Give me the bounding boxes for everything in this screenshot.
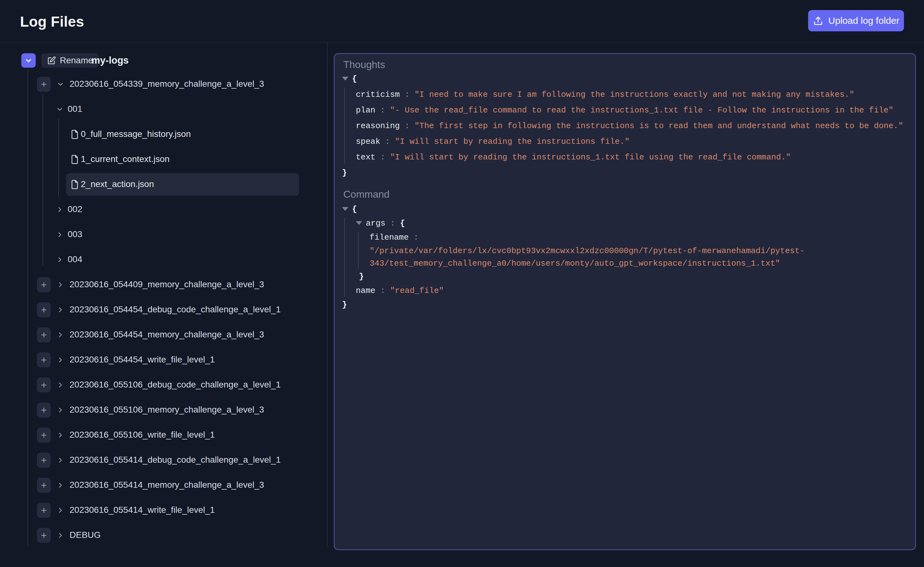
command-json-viewer: {args : {filename : "/private/var/folder…: [342, 202, 808, 312]
folder-label: 20230616_055106_memory_challenge_a_level…: [69, 405, 264, 415]
folder-label: 20230616_055414_debug_code_challenge_a_l…: [69, 455, 280, 465]
tree-folder-row[interactable]: 001: [0, 102, 326, 117]
json-line: reasoning : "The first step in following…: [356, 118, 903, 134]
json-key: text: [356, 153, 375, 162]
chevron-right-icon[interactable]: [57, 357, 64, 363]
plus-button[interactable]: +: [37, 352, 51, 368]
chevron-down-icon[interactable]: [56, 106, 63, 113]
tree-folder-row[interactable]: +20230616_054454_write_file_level_1: [0, 352, 326, 368]
json-expand-toggle[interactable]: [342, 77, 348, 81]
file-icon: [71, 130, 79, 139]
brace: {: [352, 74, 357, 84]
plus-button[interactable]: +: [37, 428, 51, 442]
tree-file-row[interactable]: 1_current_context.json: [0, 152, 326, 167]
chevron-down-icon[interactable]: [57, 81, 64, 88]
tree-folder-row[interactable]: +20230616_055106_memory_challenge_a_leve…: [0, 402, 326, 418]
upload-icon: [813, 15, 824, 26]
rename-button-label: Rename: [60, 56, 93, 66]
tree-folder-row[interactable]: 004: [0, 252, 326, 267]
chevron-right-icon[interactable]: [56, 206, 63, 213]
tree-folder-row[interactable]: +20230616_054339_memory_challenge_a_leve…: [0, 77, 326, 92]
edit-pencil-icon: [47, 56, 56, 65]
brace: }: [359, 272, 364, 281]
brace: {: [400, 219, 405, 228]
plus-button[interactable]: +: [37, 378, 51, 393]
chevron-right-icon[interactable]: [57, 281, 64, 288]
folder-label: 20230616_054454_debug_code_challenge_a_l…: [69, 304, 280, 315]
plus-button[interactable]: +: [37, 528, 51, 543]
tree-folder-row[interactable]: +20230616_055414_memory_challenge_a_leve…: [0, 478, 326, 493]
json-line: }: [356, 270, 808, 284]
json-key: args: [366, 219, 385, 228]
folder-label: 002: [68, 204, 82, 214]
tree-folder-row[interactable]: +20230616_055414_debug_code_challenge_a_…: [0, 453, 326, 468]
chevron-right-icon[interactable]: [57, 332, 64, 338]
tree-folder-row[interactable]: +20230616_054454_memory_challenge_a_leve…: [0, 327, 326, 342]
file-label: 0_full_message_history.json: [81, 129, 191, 139]
folder-label: 003: [68, 229, 82, 239]
folder-label: 004: [68, 254, 82, 264]
folder-label: 20230616_055414_write_file_level_1: [69, 505, 215, 515]
plus-button[interactable]: +: [37, 402, 51, 418]
chevron-right-icon[interactable]: [57, 381, 64, 388]
app-header: Log Files Upload log folder: [0, 0, 924, 43]
json-line: filename :: [370, 231, 808, 244]
rename-button[interactable]: Rename: [41, 53, 99, 68]
tree-file-row[interactable]: 2_next_action.json: [0, 177, 326, 192]
json-key: plan: [356, 106, 375, 115]
plus-button[interactable]: +: [37, 453, 51, 468]
json-line: args : {: [356, 216, 808, 231]
json-line: }: [342, 298, 808, 312]
plus-button[interactable]: +: [37, 277, 51, 292]
chevron-right-icon[interactable]: [57, 482, 64, 489]
json-string-value: "I will start by reading the instruction…: [390, 153, 790, 162]
tree-folder-row[interactable]: 003: [0, 227, 326, 242]
tree-folder-row[interactable]: +20230616_055106_debug_code_challenge_a_…: [0, 378, 326, 393]
json-line: plan : "- Use the read_file command to r…: [356, 102, 903, 118]
folder-label: 001: [68, 104, 82, 114]
upload-log-folder-button[interactable]: Upload log folder: [808, 10, 904, 32]
chevron-right-icon[interactable]: [57, 406, 64, 414]
chevron-right-icon[interactable]: [57, 432, 64, 439]
brace: {: [352, 204, 357, 214]
thoughts-section-label: Thoughts: [343, 59, 385, 70]
tree-folder-row[interactable]: +20230616_054409_memory_challenge_a_leve…: [0, 277, 326, 292]
folder-label: 20230616_054454_memory_challenge_a_level…: [69, 330, 264, 340]
chevron-right-icon[interactable]: [56, 231, 63, 238]
tree-folder-row[interactable]: +20230616_054454_debug_code_challenge_a_…: [0, 302, 326, 317]
chevron-right-icon[interactable]: [56, 256, 63, 263]
colon: :: [380, 137, 395, 146]
plus-button[interactable]: +: [37, 77, 51, 92]
colon: :: [375, 106, 390, 115]
chevron-right-icon[interactable]: [57, 532, 64, 539]
plus-button[interactable]: +: [37, 478, 51, 493]
chevron-right-icon[interactable]: [57, 507, 64, 514]
brace: }: [342, 300, 347, 309]
thoughts-json-viewer: {criticism : "I need to make sure I am f…: [342, 71, 903, 181]
json-expand-toggle[interactable]: [356, 221, 362, 225]
root-folder-name: my-logs: [92, 55, 129, 66]
sidebar-divider: [327, 43, 328, 547]
command-section-label: Command: [343, 189, 390, 200]
chevron-right-icon[interactable]: [57, 306, 64, 313]
json-expand-toggle[interactable]: [342, 207, 348, 211]
json-line: {: [342, 202, 808, 216]
collapse-root-button[interactable]: [21, 53, 36, 68]
brace: }: [342, 168, 347, 178]
tree-folder-row[interactable]: +DEBUG: [0, 528, 326, 543]
plus-button[interactable]: +: [37, 503, 51, 518]
page-title: Log Files: [20, 13, 84, 30]
file-label: 2_next_action.json: [81, 179, 154, 189]
plus-button[interactable]: +: [37, 302, 51, 317]
json-key: speak: [356, 137, 380, 146]
chevron-right-icon[interactable]: [57, 457, 64, 464]
tree-folder-row[interactable]: +20230616_055414_write_file_level_1: [0, 503, 326, 518]
plus-button[interactable]: +: [37, 327, 51, 342]
folder-label: 20230616_054454_write_file_level_1: [69, 355, 215, 364]
json-block: {criticism : "I need to make sure I am f…: [342, 71, 903, 181]
colon: :: [375, 286, 390, 296]
json-string-value: "/private/var/folders/lx/cvc0bpt93vx2mcw…: [370, 244, 808, 270]
tree-folder-row[interactable]: 002: [0, 202, 326, 217]
tree-folder-row[interactable]: +20230616_055106_write_file_level_1: [0, 428, 326, 442]
tree-file-row[interactable]: 0_full_message_history.json: [0, 127, 326, 142]
